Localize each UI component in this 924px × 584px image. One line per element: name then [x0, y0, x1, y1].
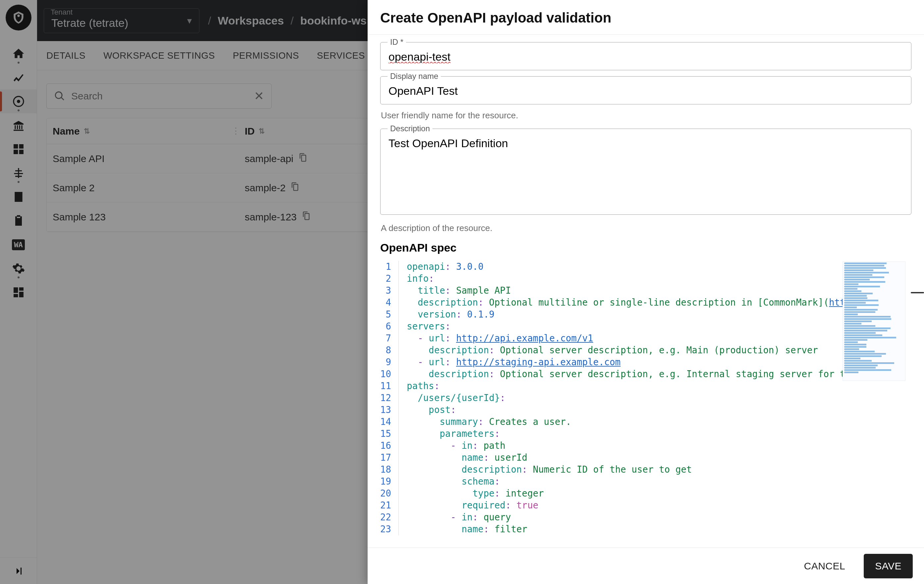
scroll-hint	[911, 292, 924, 293]
code-editor[interactable]: 1234567891011121314151617181920212223 op…	[380, 259, 911, 537]
code-lines[interactable]: openapi: 3.0.0info: title: Sample API de…	[398, 259, 889, 537]
id-input[interactable]	[380, 42, 911, 70]
code-gutter: 1234567891011121314151617181920212223	[380, 259, 398, 537]
openapi-spec-title: OpenAPI spec	[380, 241, 911, 254]
display-name-input[interactable]	[380, 76, 911, 104]
cancel-button[interactable]: CANCEL	[792, 554, 856, 578]
id-label: ID *	[388, 38, 406, 47]
drawer-header: Create OpenAPI payload validation	[368, 0, 924, 35]
create-openapi-drawer: Create OpenAPI payload validation ID * D…	[368, 0, 924, 584]
display-name-helper: User friendly name for the resource.	[381, 110, 911, 121]
description-label: Description	[388, 124, 432, 133]
description-input[interactable]	[380, 129, 911, 215]
drawer-footer: CANCEL SAVE	[368, 548, 924, 584]
drawer-body: ID * Display name User friendly name for…	[368, 35, 924, 548]
save-button[interactable]: SAVE	[864, 554, 913, 578]
display-name-label: Display name	[388, 71, 441, 81]
code-minimap[interactable]	[843, 261, 906, 381]
drawer-title: Create OpenAPI payload validation	[380, 10, 911, 26]
description-helper: A description of the resource.	[381, 223, 911, 233]
